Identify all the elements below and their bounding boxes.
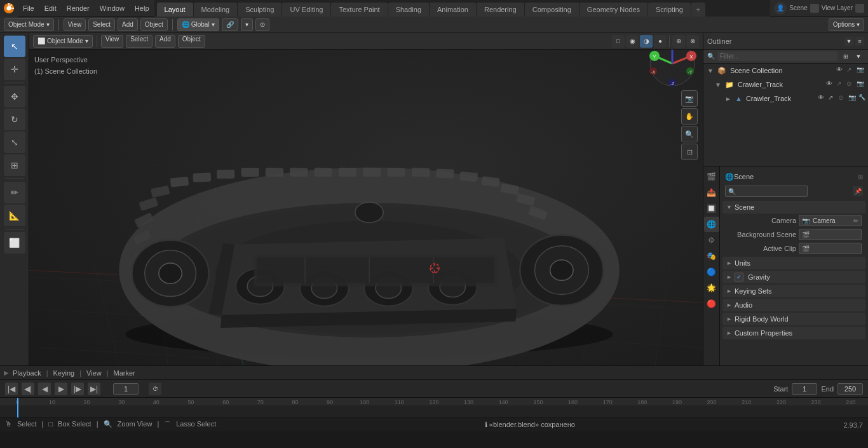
viewport-view-btn[interactable]: View — [101, 35, 124, 48]
prop-icon-world[interactable]: ⚙ — [704, 233, 719, 248]
playhead[interactable] — [17, 398, 18, 417]
options-button[interactable]: Options ▾ — [829, 18, 864, 31]
tab-add-button[interactable]: + — [691, 3, 705, 17]
menu-help[interactable]: Help — [130, 0, 154, 17]
tab-texture-paint[interactable]: Texture Paint — [331, 3, 387, 17]
timeline-track[interactable]: 0 10 20 30 40 50 60 70 80 90 100 110 120… — [0, 398, 868, 417]
start-frame-display[interactable]: 1 — [792, 383, 817, 395]
prop-icon-scene[interactable]: 🌐 — [704, 217, 719, 232]
shading-material[interactable]: ◑ — [640, 35, 653, 48]
prop-pin-btn[interactable]: 📌 — [853, 186, 863, 196]
object-menu[interactable]: Object — [140, 18, 168, 31]
prop-icon-render[interactable]: 🎬 — [704, 169, 719, 184]
tool-add-cube[interactable]: ⬜ — [4, 232, 25, 254]
rigid-body-title[interactable]: ► Rigid Body World — [722, 313, 865, 325]
tool-select[interactable]: ↖ — [4, 36, 25, 57]
tab-uv-editing[interactable]: UV Editing — [282, 3, 330, 17]
outliner-search-input[interactable] — [717, 51, 837, 61]
view-options-btn[interactable]: ▼ — [853, 51, 864, 62]
shading-solid[interactable]: ◉ — [626, 35, 639, 48]
tab-layout[interactable]: Layout — [157, 3, 193, 17]
viewport-add-btn[interactable]: Add — [155, 35, 175, 48]
shading-wire[interactable]: □ — [612, 35, 625, 48]
timecode-icon[interactable]: ⏱ — [149, 383, 161, 395]
camera-view-btn[interactable]: 📷 — [681, 90, 698, 107]
menu-window[interactable]: Window — [95, 0, 130, 17]
visibility-icon-2[interactable]: 👁 — [826, 80, 835, 89]
tab-compositing[interactable]: Compositing — [525, 3, 579, 17]
hand-tool-btn[interactable]: ✋ — [681, 108, 698, 125]
outliner-filter-btn[interactable]: ▼ — [844, 37, 853, 46]
custom-props-title[interactable]: ► Custom Properties — [722, 327, 865, 339]
proportional-edit[interactable]: ⊙ — [255, 18, 269, 31]
prop-icon-particles[interactable]: 🌟 — [704, 280, 719, 295]
add-menu[interactable]: Add — [118, 18, 138, 31]
menu-render[interactable]: Render — [62, 0, 95, 17]
tool-move[interactable]: ✥ — [4, 86, 25, 107]
prop-icon-output[interactable]: 📤 — [704, 185, 719, 200]
tab-modeling[interactable]: Modeling — [194, 3, 238, 17]
prop-icon-view-layer[interactable]: 🔲 — [704, 201, 719, 216]
overlay-btn[interactable]: ⊕ — [672, 35, 685, 48]
active-clip-value[interactable]: 🎬 — [799, 243, 862, 254]
tool-annotate[interactable]: ✏ — [4, 182, 25, 203]
view-menu-tl[interactable]: View — [86, 369, 102, 377]
outliner-options-btn[interactable]: ≡ — [855, 37, 864, 46]
viewport-object-btn[interactable]: Object — [178, 35, 205, 48]
marker-menu[interactable]: Marker — [114, 369, 135, 377]
tab-scripting[interactable]: Scripting — [648, 3, 691, 17]
tab-sculpting[interactable]: Sculpting — [238, 3, 281, 17]
transform-global[interactable]: 🌐 Global ▾ — [177, 18, 219, 31]
menu-file[interactable]: File — [18, 0, 39, 17]
keying-sets-title[interactable]: ► Keying Sets — [722, 285, 865, 297]
jump-end-btn[interactable]: ▶| — [88, 383, 100, 395]
filter-icon-btn[interactable]: ⊞ — [840, 51, 851, 62]
prev-keyframe-btn[interactable]: ◀| — [22, 383, 34, 395]
tab-rendering[interactable]: Rendering — [477, 3, 524, 17]
select-menu[interactable]: Select — [88, 18, 115, 31]
hide-viewport-icon[interactable]: ⊙ — [846, 80, 855, 89]
background-scene-value[interactable]: 🎬 — [799, 229, 862, 240]
tool-transform[interactable]: ⊞ — [4, 154, 25, 176]
hide-viewport-icon-2[interactable]: ⊙ — [838, 94, 847, 103]
camera-edit-btn[interactable]: ✏ — [853, 217, 858, 224]
prop-icon-object[interactable]: 🎭 — [704, 248, 719, 264]
render-icon-2[interactable]: 📷 — [857, 80, 865, 89]
mode-selector[interactable]: Object Mode ▾ — [4, 18, 54, 31]
properties-options[interactable]: ⊞ — [858, 173, 863, 180]
render-icon[interactable]: 📷 — [857, 66, 865, 75]
snap-toggle[interactable]: 🔗 — [222, 18, 238, 31]
outliner-item-scene-collection[interactable]: ▼ 📦 Scene Collection 👁 ↗ 📷 — [703, 64, 868, 78]
gravity-section-title[interactable]: ► ✓ Gravity — [722, 271, 865, 283]
zoom-extent-btn[interactable]: ⊡ — [681, 144, 698, 160]
play-btn[interactable]: ▶ — [55, 383, 67, 395]
snap-options[interactable]: ▾ — [241, 18, 253, 31]
current-frame-display[interactable]: 1 — [113, 383, 139, 395]
scene-section-title[interactable]: ▼ Scene — [722, 201, 865, 214]
next-keyframe-btn[interactable]: |▶ — [71, 383, 84, 395]
scene-options[interactable] — [810, 4, 819, 13]
outliner-item-crawler-collection[interactable]: ▼ 📁 Crawler_Track 👁 ↗ ⊙ 📷 — [703, 78, 868, 92]
shading-rendered[interactable]: ● — [654, 35, 667, 48]
select-icon-3[interactable]: ↗ — [828, 94, 837, 103]
tool-cursor[interactable]: ✛ — [4, 58, 25, 80]
keying-menu[interactable]: Keying — [53, 369, 75, 377]
audio-section-title[interactable]: ► Audio — [722, 299, 865, 311]
visibility-icon[interactable]: 👁 — [836, 66, 845, 75]
viewport-3d[interactable]: ⬜ Object Mode ▾ View Select Add Object □… — [29, 33, 703, 365]
tab-geometry-nodes[interactable]: Geometry Nodes — [580, 3, 648, 17]
tool-scale[interactable]: ⤡ — [4, 132, 25, 153]
tab-shading[interactable]: Shading — [388, 3, 429, 17]
camera-value[interactable]: 📷 Camera ✏ — [799, 215, 862, 226]
viewport-mode-btn[interactable]: ⬜ Object Mode ▾ — [33, 35, 93, 48]
tool-rotate[interactable]: ↻ — [4, 109, 25, 130]
tool-measure[interactable]: 📐 — [4, 205, 25, 226]
prop-icon-modifiers[interactable]: 🔵 — [704, 264, 719, 280]
visibility-icon-3[interactable]: 👁 — [818, 94, 827, 103]
prop-icon-material[interactable]: 🔴 — [704, 296, 719, 311]
view-layer-options[interactable] — [855, 4, 864, 13]
prop-search-input[interactable]: 🔍 — [725, 186, 808, 197]
viewport-select-btn[interactable]: Select — [126, 35, 153, 48]
view-menu[interactable]: View — [64, 18, 86, 31]
playback-menu[interactable]: Playback — [13, 369, 41, 377]
